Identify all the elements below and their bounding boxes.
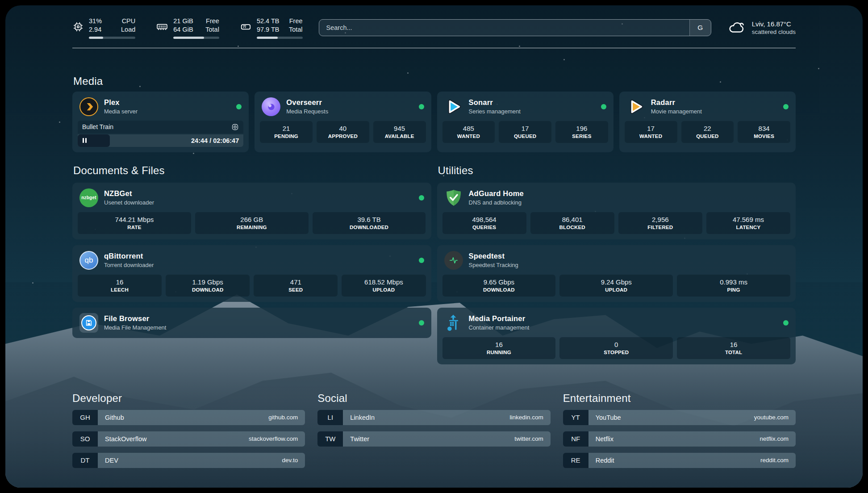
plex-card[interactable]: Plex Media server Bullet Train 24:44 <box>72 92 249 152</box>
bookmark-abbr: RE <box>563 453 588 468</box>
bookmark-netflix[interactable]: NF Netflixnetflix.com <box>563 431 796 447</box>
nzbget-icon: nzbget <box>79 188 98 207</box>
documents-column: Documents & Files nzbget NZBGet Usenet d… <box>72 164 431 364</box>
bookmark-reddit[interactable]: RE Redditreddit.com <box>563 453 796 468</box>
bookmark-abbr: YT <box>563 410 588 425</box>
app-subtitle: Container management <box>469 324 530 331</box>
app-subtitle: Media server <box>104 108 138 115</box>
plex-now-playing: Bullet Train 24:44 / 02:06:47 <box>78 121 243 147</box>
bookmark-name: DEV <box>105 457 118 464</box>
app-subtitle: Usenet downloader <box>104 199 154 206</box>
stat-ping: 0.993 ms PING <box>677 275 790 297</box>
system-stats: 31% 2.94 CPU Load <box>72 17 303 39</box>
bookmark-url: netflix.com <box>760 435 789 442</box>
status-dot <box>783 320 789 326</box>
app-name: File Browser <box>104 314 166 323</box>
developer-section-title: Developer <box>72 392 305 405</box>
bookmark-abbr: SO <box>72 431 98 447</box>
qbittorrent-card[interactable]: qb qBittorrent Torrent downloader 16 LEE… <box>72 245 431 302</box>
status-dot <box>419 195 424 201</box>
stat-running: 16 RUNNING <box>442 337 556 359</box>
app-name: Speedtest <box>469 252 518 260</box>
status-dot <box>419 258 424 263</box>
bookmark-abbr: DT <box>72 453 98 468</box>
app-name: qBittorrent <box>104 252 154 260</box>
sonarr-card[interactable]: Sonarr Series management 485 WANTED 17 Q… <box>437 92 613 152</box>
nzbget-card[interactable]: nzbget NZBGet Usenet downloader 744.21 M… <box>72 183 431 239</box>
cpu-load-value: 2.94 <box>89 25 112 34</box>
app-name: Overseerr <box>286 98 328 107</box>
stat-download: 1.19 Gbps DOWNLOAD <box>166 275 250 297</box>
adguard-card[interactable]: AdGuard Home DNS and adblocking 498,564 … <box>437 183 796 239</box>
bookmark-name: Twitter <box>350 435 369 443</box>
stat-total: 16 TOTAL <box>677 337 790 359</box>
stat-upload: 9.24 Gbps UPLOAD <box>559 275 673 297</box>
disk-total-value: 97.9 TB <box>257 25 280 34</box>
stat-filtered: 2,956 FILTERED <box>618 212 702 234</box>
status-dot <box>419 320 424 326</box>
filebrowser-card[interactable]: File Browser Media File Management <box>72 308 431 338</box>
radarr-icon <box>626 97 645 116</box>
pause-button[interactable] <box>78 134 110 147</box>
documents-section-title: Documents & Files <box>73 164 431 177</box>
stat-queued: 22 QUEUED <box>681 121 734 143</box>
weather-widget: Lviv, 16.87°C scattered clouds <box>727 19 796 36</box>
ram-progress-bar <box>173 37 219 39</box>
bookmark-github[interactable]: GH Githubgithub.com <box>72 410 305 425</box>
adguard-icon <box>444 188 463 207</box>
disk-free-value: 52.4 TB <box>257 17 280 25</box>
social-bookmarks: Social LI LinkedInlinkedin.com TW Twitte… <box>317 392 550 468</box>
bookmark-stackoverflow[interactable]: SO StackOverflowstackoverflow.com <box>72 431 305 447</box>
top-bar: 31% 2.94 CPU Load <box>72 5 796 39</box>
portainer-card[interactable]: Media Portainer Container management 16 … <box>437 308 796 364</box>
weather-summary: Lviv, 16.87°C <box>752 20 796 29</box>
bookmark-url: twitter.com <box>514 435 543 442</box>
ram-total-label: Total <box>205 25 219 34</box>
playback-progress-bar[interactable]: 24:44 / 02:06:47 <box>78 134 243 147</box>
plex-icon <box>79 97 98 116</box>
header-divider <box>72 48 796 48</box>
bookmark-twitter[interactable]: TW Twittertwitter.com <box>317 431 550 447</box>
bookmark-youtube[interactable]: YT YouTubeyoutube.com <box>563 410 796 425</box>
cpu-icon <box>72 21 84 34</box>
bookmark-url: stackoverflow.com <box>249 435 298 442</box>
disk-total-label: Total <box>289 25 303 34</box>
stat-wanted: 485 WANTED <box>442 121 495 143</box>
bookmark-name: YouTube <box>596 414 621 421</box>
status-dot <box>783 104 789 109</box>
filebrowser-icon <box>79 313 98 332</box>
stat-wanted: 17 WANTED <box>625 121 677 143</box>
overseerr-card[interactable]: Overseerr Media Requests 21 PENDING 40 A… <box>255 92 431 152</box>
entertainment-bookmarks: Entertainment YT YouTubeyoutube.com NF N… <box>563 392 796 468</box>
stat-queries: 498,564 QUERIES <box>442 212 526 234</box>
stat-queued: 17 QUEUED <box>499 121 551 143</box>
app-subtitle: DNS and adblocking <box>469 199 524 206</box>
speedtest-card[interactable]: Speedtest Speedtest Tracking 9.65 Gbps D… <box>437 245 796 302</box>
gear-icon[interactable] <box>231 123 239 131</box>
search-input[interactable] <box>319 20 689 36</box>
developer-bookmarks: Developer GH Githubgithub.com SO StackOv… <box>72 392 305 468</box>
status-dot <box>236 104 242 109</box>
media-grid: Plex Media server Bullet Train 24:44 <box>72 92 796 152</box>
disk-progress-bar <box>257 37 303 39</box>
disk-stat: 52.4 TB 97.9 TB Free Total <box>240 17 303 39</box>
bookmark-linkedin[interactable]: LI LinkedInlinkedin.com <box>317 410 550 425</box>
bookmark-abbr: LI <box>317 410 343 425</box>
ram-free-value: 21 GiB <box>173 17 196 25</box>
portainer-icon <box>444 313 463 332</box>
weather-condition: scattered clouds <box>752 28 796 36</box>
disk-icon <box>240 21 252 34</box>
bookmark-abbr: GH <box>72 410 98 425</box>
radarr-card[interactable]: Radarr Movie management 17 WANTED 22 QUE… <box>619 92 796 152</box>
search-engine-button[interactable]: G <box>689 20 711 36</box>
qbittorrent-icon: qb <box>79 251 98 270</box>
bookmark-dev[interactable]: DT DEVdev.to <box>72 453 305 468</box>
entertainment-section-title: Entertainment <box>563 392 796 405</box>
bookmark-abbr: TW <box>317 431 343 447</box>
bookmark-url: youtube.com <box>754 414 789 421</box>
bookmark-url: dev.to <box>282 457 298 464</box>
bookmark-name: Github <box>105 414 124 421</box>
app-subtitle: Torrent downloader <box>104 262 154 268</box>
app-name: Sonarr <box>469 98 521 107</box>
app-name: AdGuard Home <box>469 189 524 198</box>
